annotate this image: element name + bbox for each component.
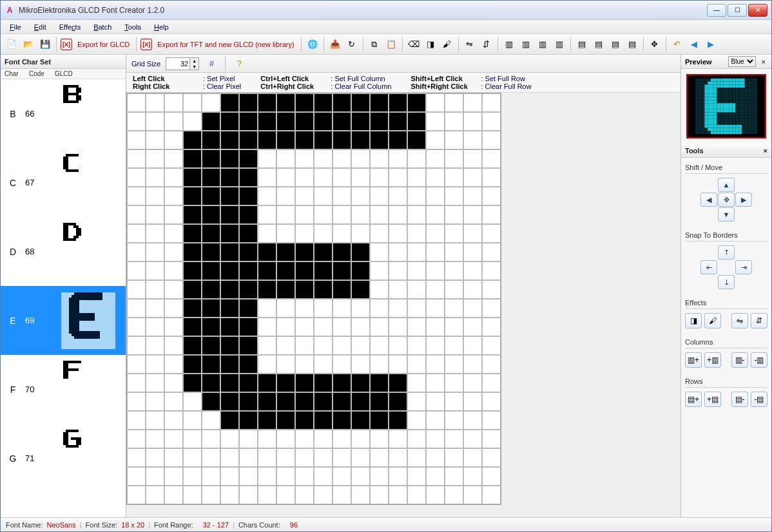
pixel-cell[interactable] [426, 318, 445, 336]
char-row-D[interactable]: D68 [1, 217, 126, 286]
close-button[interactable]: ✕ [748, 4, 767, 17]
pixel-cell[interactable] [164, 318, 183, 336]
pixel-cell[interactable] [370, 374, 389, 392]
menu-tools[interactable]: Tools [119, 22, 146, 32]
pixel-cell[interactable] [463, 187, 482, 205]
pixel-cell[interactable] [389, 187, 407, 205]
pixel-cell[interactable] [239, 243, 258, 261]
pixel-cell[interactable] [370, 131, 389, 149]
pixel-cell[interactable] [314, 299, 333, 318]
pixel-cell[interactable] [239, 448, 258, 467]
pixel-cell[interactable] [333, 224, 351, 243]
pixel-cell[interactable] [389, 467, 407, 486]
pixel-cell[interactable] [276, 355, 295, 374]
pixel-cell[interactable] [314, 205, 333, 224]
pixel-cell[interactable] [314, 93, 333, 112]
pixel-cell[interactable] [239, 318, 258, 336]
pixel-cell[interactable] [333, 411, 351, 430]
pixel-cell[interactable] [258, 448, 276, 467]
pixel-cell[interactable] [333, 486, 351, 504]
pixel-cell[interactable] [183, 448, 202, 467]
pixel-cell[interactable] [146, 131, 164, 149]
export-glcd-icon[interactable]: [X] [61, 39, 72, 50]
pixel-cell[interactable] [276, 224, 295, 243]
pixel-cell[interactable] [333, 467, 351, 486]
pixel-cell[interactable] [351, 430, 370, 448]
pixel-cell[interactable] [127, 93, 146, 112]
pixel-cell[interactable] [389, 355, 407, 374]
pixel-cell[interactable] [351, 149, 370, 168]
char-row-E[interactable]: E69 [1, 286, 126, 355]
pixel-cell[interactable] [295, 448, 314, 467]
pixel-cell[interactable] [220, 430, 239, 448]
flip-v-icon[interactable]: ⇵ [479, 37, 494, 52]
pixel-cell[interactable] [333, 280, 351, 299]
char-list[interactable]: B66C67D68E69F70G71 [1, 79, 126, 517]
pixel-cell[interactable] [445, 392, 463, 411]
pixel-cell[interactable] [183, 336, 202, 355]
pixel-cell[interactable] [276, 112, 295, 131]
pixel-cell[interactable] [463, 224, 482, 243]
pixel-cell[interactable] [295, 224, 314, 243]
pixel-cell[interactable] [146, 430, 164, 448]
pixel-cell[interactable] [183, 355, 202, 374]
pixel-cell[interactable] [389, 448, 407, 467]
pixel-cell[interactable] [202, 243, 220, 261]
pixel-cell[interactable] [276, 243, 295, 261]
pixel-cell[interactable] [370, 467, 389, 486]
pixel-cell[interactable] [426, 430, 445, 448]
pixel-cell[interactable] [183, 224, 202, 243]
pixel-cell[interactable] [295, 93, 314, 112]
pixel-cell[interactable] [239, 430, 258, 448]
pixel-cell[interactable] [202, 430, 220, 448]
col-del-right-icon[interactable]: ▥ [552, 37, 566, 52]
pixel-cell[interactable] [295, 168, 314, 187]
menu-batch[interactable]: Batch [88, 22, 117, 32]
pixel-cell[interactable] [220, 280, 239, 299]
pixel-cell[interactable] [258, 187, 276, 205]
pixel-cell[interactable] [295, 149, 314, 168]
preview-color-select[interactable]: Blue [728, 56, 756, 67]
pixel-cell[interactable] [146, 168, 164, 187]
pixel-cell[interactable] [482, 486, 501, 504]
reload-icon[interactable]: ↻ [345, 37, 359, 52]
pixel-cell[interactable] [463, 168, 482, 187]
char-row-F[interactable]: F70 [1, 355, 126, 424]
pixel-cell[interactable] [482, 467, 501, 486]
effect-flipv-button[interactable]: ⇵ [751, 313, 767, 328]
row-insert-top-button[interactable]: ▤+ [685, 392, 702, 407]
pixel-cell[interactable] [164, 280, 183, 299]
menu-effects[interactable]: Effects [54, 22, 86, 32]
pixel-cell[interactable] [351, 93, 370, 112]
pixel-cell[interactable] [258, 93, 276, 112]
pixel-cell[interactable] [482, 187, 501, 205]
pixel-cell[interactable] [258, 355, 276, 374]
pixel-cell[interactable] [276, 486, 295, 504]
pixel-cell[interactable] [183, 467, 202, 486]
pixel-cell[interactable] [426, 299, 445, 318]
pixel-cell[interactable] [426, 187, 445, 205]
pixel-cell[interactable] [407, 411, 426, 430]
pixel-cell[interactable] [314, 261, 333, 280]
char-row-G[interactable]: G71 [1, 424, 126, 493]
pixel-cell[interactable] [146, 224, 164, 243]
pixel-cell[interactable] [389, 93, 407, 112]
pixel-cell[interactable] [333, 93, 351, 112]
pixel-cell[interactable] [426, 243, 445, 261]
pixel-cell[interactable] [426, 280, 445, 299]
pixel-cell[interactable] [276, 392, 295, 411]
pixel-cell[interactable] [445, 168, 463, 187]
pixel-cell[interactable] [146, 411, 164, 430]
pixel-cell[interactable] [127, 187, 146, 205]
pixel-grid[interactable] [126, 93, 501, 505]
snap-bottom-button[interactable]: ⤓ [718, 275, 735, 289]
pixel-cell[interactable] [127, 168, 146, 187]
pixel-cell[interactable] [239, 355, 258, 374]
pixel-cell[interactable] [445, 467, 463, 486]
pixel-cell[interactable] [426, 131, 445, 149]
pixel-cell[interactable] [127, 486, 146, 504]
pixel-cell[interactable] [258, 224, 276, 243]
pixel-cell[interactable] [146, 467, 164, 486]
pixel-cell[interactable] [482, 299, 501, 318]
pixel-cell[interactable] [389, 430, 407, 448]
